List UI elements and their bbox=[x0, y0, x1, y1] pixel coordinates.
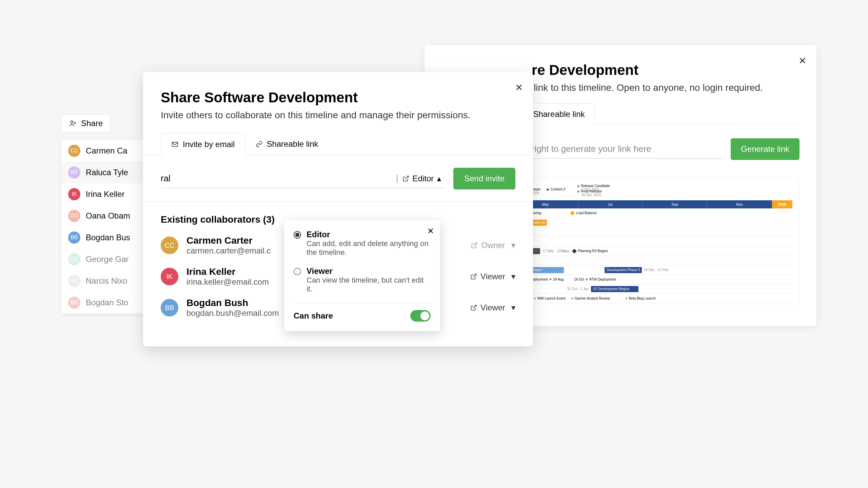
avatar: CC bbox=[161, 237, 178, 254]
role-selector[interactable]: Editor ▴ bbox=[398, 174, 446, 183]
share-button-label: Share bbox=[81, 119, 103, 128]
avatar: CC bbox=[68, 145, 80, 157]
close-icon[interactable]: ✕ bbox=[798, 55, 806, 66]
contact-name: Bogdan Bus bbox=[86, 233, 130, 242]
collaborator-role-selector[interactable]: Viewer▾ bbox=[470, 272, 515, 281]
person-plus-icon bbox=[69, 119, 77, 127]
contact-name: George Gar bbox=[86, 255, 129, 264]
collaborator-role-selector[interactable]: Owner▾ bbox=[471, 241, 515, 250]
role-option-viewer[interactable]: Viewer Can view the timeline, but can't … bbox=[294, 266, 431, 293]
avatar: IK bbox=[68, 188, 80, 200]
avatar: IK bbox=[161, 268, 178, 285]
send-invite-button[interactable]: Send invite bbox=[453, 168, 515, 189]
link-icon bbox=[256, 141, 262, 147]
role-option-editor[interactable]: Editor Can add, edit and delete anything… bbox=[294, 230, 431, 257]
radio-checked-icon bbox=[294, 231, 301, 239]
avatar: BB bbox=[68, 231, 80, 244]
external-link-icon bbox=[470, 304, 477, 311]
invite-email-input[interactable] bbox=[161, 173, 397, 184]
chevron-up-icon: ▴ bbox=[437, 174, 441, 183]
share-button[interactable]: Share bbox=[61, 114, 111, 133]
contact-name: Irina Keller bbox=[86, 189, 125, 199]
can-share-label: Can share bbox=[294, 311, 333, 321]
avatar: BS bbox=[68, 297, 80, 309]
close-icon[interactable]: ✕ bbox=[427, 226, 434, 236]
avatar: NC bbox=[68, 275, 80, 287]
contact-name: Oana Obam bbox=[86, 211, 130, 221]
svg-point-0 bbox=[71, 121, 73, 123]
contact-name: Carmen Ca bbox=[86, 146, 127, 156]
collaborator-role-selector[interactable]: Viewer▾ bbox=[470, 303, 515, 312]
contact-name: Narcis Nixo bbox=[86, 276, 127, 286]
avatar: GG bbox=[68, 253, 80, 265]
envelope-icon bbox=[171, 141, 179, 148]
external-link-icon bbox=[402, 175, 409, 182]
modal-subtitle: Invite others to collaborate on this tim… bbox=[161, 110, 515, 121]
tab-shareable-link[interactable]: Shareable link bbox=[245, 133, 329, 155]
role-popover: ✕ Editor Can add, edit and delete anythi… bbox=[284, 220, 440, 331]
can-share-toggle[interactable] bbox=[410, 310, 431, 322]
external-link-icon bbox=[471, 242, 478, 249]
radio-unchecked-icon bbox=[294, 268, 301, 275]
contact-name: Raluca Tyle bbox=[86, 168, 128, 177]
avatar: OO bbox=[68, 210, 80, 222]
external-link-icon bbox=[470, 273, 477, 280]
modal-title: Share Software Development bbox=[161, 89, 515, 106]
contact-name: Bogdan Sto bbox=[86, 298, 128, 307]
avatar: BB bbox=[161, 299, 178, 317]
generate-link-button[interactable]: Generate link bbox=[731, 138, 800, 160]
close-icon[interactable]: ✕ bbox=[515, 82, 523, 93]
avatar: RT bbox=[68, 166, 80, 179]
tab-invite-by-email[interactable]: Invite by email bbox=[161, 133, 245, 156]
